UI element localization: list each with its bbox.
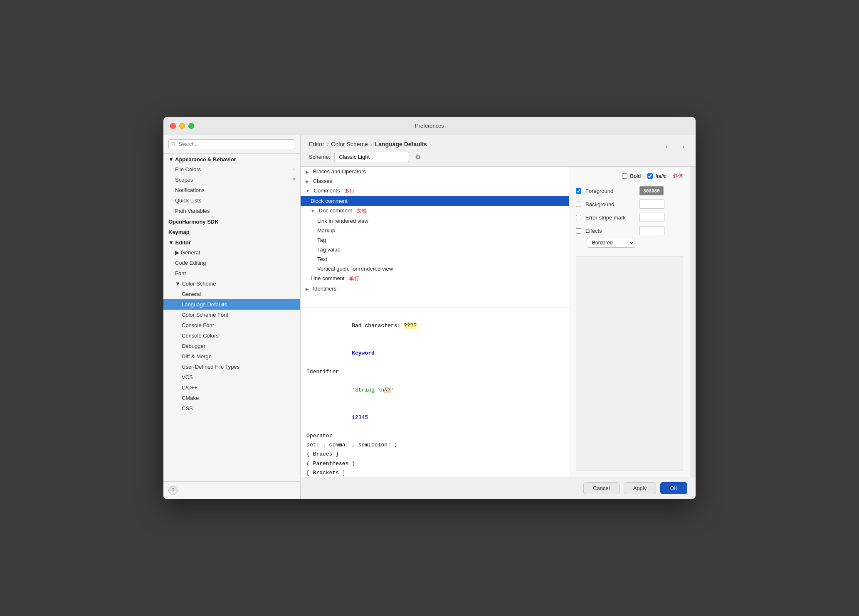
fg-checkbox-wrapper: [576, 188, 581, 194]
tree-item-identifiers[interactable]: ▶ Identifiers: [301, 284, 569, 293]
nav-forward-button[interactable]: →: [676, 142, 687, 152]
scrollbar[interactable]: [690, 167, 696, 477]
sidebar-item-debugger[interactable]: Debugger: [163, 341, 300, 351]
cs-arrow: ▼: [175, 281, 182, 287]
sidebar-item-color-scheme-font[interactable]: Color Scheme Font: [163, 310, 300, 320]
sidebar-item-scopes[interactable]: Scopes ≡: [163, 175, 300, 185]
sidebar-item-user-defined[interactable]: User-Defined File Types: [163, 362, 300, 372]
sidebar: ▼ Appearance & Behavior File Colors ≡ Sc…: [163, 135, 301, 499]
preview-identifier: Identifier: [306, 367, 563, 377]
ok-button[interactable]: OK: [660, 482, 687, 494]
tree-item-tag-value[interactable]: Tag value: [301, 245, 569, 254]
breadcrumb-color-scheme: Color Scheme: [331, 141, 368, 148]
panel-body: ▶ Braces and Operators ▶ Classes ▼ Comme…: [301, 167, 696, 477]
bold-label: Bold: [630, 173, 641, 179]
tree-item-classes[interactable]: ▶ Classes: [301, 176, 569, 186]
tree-item-doc-comment[interactable]: ▼ Doc comment 文档: [301, 206, 569, 216]
sidebar-item-general[interactable]: ▶ General: [163, 247, 300, 258]
tree-item-text[interactable]: Text: [301, 254, 569, 264]
tree-item-tag[interactable]: Tag: [301, 235, 569, 245]
error-stripe-label: Error stripe mark: [585, 214, 635, 221]
sidebar-item-keymap[interactable]: Keymap: [163, 227, 300, 237]
sidebar-item-cmake[interactable]: CMake: [163, 393, 300, 403]
sidebar-item-color-scheme[interactable]: ▼ Color Scheme: [163, 278, 300, 289]
sidebar-item-editor[interactable]: ▼ Editor: [163, 237, 300, 247]
effects-select-row: Bordered Underline Bold Underline: [576, 238, 683, 248]
scheme-settings-button[interactable]: ⚙: [413, 152, 422, 162]
cancel-button[interactable]: Cancel: [583, 482, 619, 494]
tree-item-line-comment[interactable]: Line comment 单行: [301, 274, 569, 284]
sidebar-item-code-editing[interactable]: Code Editing: [163, 258, 300, 268]
preview-string: 'String \n\?': [306, 377, 563, 404]
main-content: ▼ Appearance & Behavior File Colors ≡ Sc…: [163, 135, 696, 499]
breadcrumb: Editor › Color Scheme › Language Default…: [309, 141, 687, 148]
sidebar-item-quick-lists[interactable]: Quick Lists: [163, 195, 300, 206]
bottom-bar: Cancel Apply OK: [301, 477, 696, 499]
breadcrumb-sep-1: ›: [327, 141, 329, 148]
left-pane: ▶ Braces and Operators ▶ Classes ▼ Comme…: [301, 167, 569, 477]
sidebar-item-font[interactable]: Font: [163, 268, 300, 278]
preview-operator: Operator: [306, 431, 563, 441]
error-stripe-checkbox[interactable]: [576, 215, 581, 220]
effects-checkbox-wrapper: [576, 228, 581, 234]
effects-type-select[interactable]: Bordered Underline Bold Underline: [587, 238, 635, 248]
apply-button[interactable]: Apply: [624, 482, 657, 494]
sidebar-item-css[interactable]: CSS: [163, 403, 300, 414]
tree-item-vertical-guide[interactable]: Vertical guide for rendered view: [301, 264, 569, 274]
search-input[interactable]: [168, 139, 295, 149]
scheme-select[interactable]: Classic Light Darcula High Contrast Inte…: [334, 152, 409, 162]
preview-braces: { Braces }: [306, 450, 563, 459]
classes-arrow: ▶: [306, 179, 309, 184]
sidebar-item-language-defaults[interactable]: Language Defaults: [163, 299, 300, 310]
breadcrumb-language-defaults: Language Defaults: [375, 141, 427, 148]
sidebar-item-vcs[interactable]: VCS: [163, 372, 300, 382]
panel-header: Editor › Color Scheme › Language Default…: [301, 135, 696, 167]
sidebar-item-file-colors[interactable]: File Colors ≡: [163, 164, 300, 175]
line-comment-annotation: 单行: [349, 276, 359, 281]
keyword-text: Keyword: [352, 350, 375, 356]
foreground-checkbox[interactable]: [576, 188, 581, 194]
effects-checkbox[interactable]: [576, 228, 581, 234]
sidebar-item-path-variables[interactable]: Path Variables: [163, 206, 300, 216]
effects-color-box[interactable]: [639, 226, 664, 235]
italic-checkbox[interactable]: [647, 173, 653, 179]
maximize-button[interactable]: [188, 123, 194, 129]
preferences-window: Preferences ▼ Appearance & Behavior File…: [163, 117, 696, 499]
background-label: Background: [585, 201, 635, 207]
tree-item-link[interactable]: Link in rendered view: [301, 216, 569, 226]
sidebar-item-appearance[interactable]: ▼ Appearance & Behavior: [163, 154, 300, 164]
close-button[interactable]: [170, 123, 176, 129]
sidebar-item-console-font[interactable]: Console Font: [163, 320, 300, 330]
preview-brackets: [ Brackets ]: [306, 468, 563, 477]
tree-item-markup[interactable]: Markup: [301, 226, 569, 235]
foreground-color-box[interactable]: 808080: [639, 186, 664, 195]
sidebar-item-notifications[interactable]: Notifications: [163, 185, 300, 195]
right-props: Bold Italic 斜体: [569, 167, 690, 477]
sidebar-item-openharmony[interactable]: OpenHarmony SDK: [163, 216, 300, 227]
help-button[interactable]: ?: [168, 486, 178, 495]
tree-item-braces[interactable]: ▶ Braces and Operators: [301, 167, 569, 176]
error-stripe-color-box[interactable]: [639, 213, 664, 222]
preview-keyword: Keyword: [306, 340, 563, 367]
italic-chinese-label: 斜体: [673, 172, 683, 180]
string-err: \?: [384, 387, 391, 393]
bold-checkbox[interactable]: [622, 173, 627, 179]
number-text: 12345: [352, 414, 368, 421]
tree-item-comments[interactable]: ▼ Comments 多行: [301, 186, 569, 196]
right-preview-empty: [576, 256, 683, 471]
identifiers-arrow: ▶: [306, 287, 309, 291]
background-color-box[interactable]: [639, 200, 664, 209]
sidebar-item-cpp[interactable]: C/C++: [163, 382, 300, 393]
sidebar-item-cs-general[interactable]: General: [163, 289, 300, 299]
sidebar-item-console-colors[interactable]: Console Colors: [163, 330, 300, 341]
sidebar-item-diff-merge[interactable]: Diff & Merge: [163, 351, 300, 362]
tree-item-block-comment[interactable]: Block comment: [301, 196, 569, 206]
sidebar-scroll: ▼ Appearance & Behavior File Colors ≡ Sc…: [163, 154, 300, 481]
nav-back-button[interactable]: ←: [662, 142, 673, 152]
background-checkbox[interactable]: [576, 202, 581, 207]
background-row: Background: [576, 200, 683, 209]
editor-arrow: ▼: [168, 239, 175, 246]
scheme-label: Scheme:: [309, 154, 330, 160]
preview-bad-chars: Bad characters: ????: [306, 312, 563, 340]
minimize-button[interactable]: [179, 123, 185, 129]
